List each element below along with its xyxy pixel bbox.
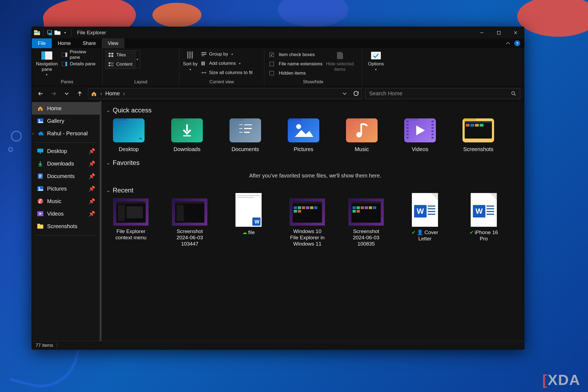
group-by-button[interactable]: Group by▾ — [198, 50, 255, 59]
svg-point-56 — [39, 187, 40, 189]
content-icon — [108, 62, 114, 67]
preview-pane-button[interactable]: Preview pane — [59, 50, 100, 59]
maximize-button[interactable] — [490, 27, 507, 38]
svg-rect-34 — [203, 62, 205, 65]
item-check-boxes-toggle[interactable]: ✓Item check boxes — [267, 50, 325, 59]
hidden-items-toggle[interactable]: Hidden items — [267, 69, 325, 78]
tab-home[interactable]: Home — [52, 38, 77, 48]
forward-button[interactable] — [49, 89, 59, 99]
help-icon[interactable]: ? — [514, 40, 520, 46]
recent-item[interactable]: W✔👤Cover Letter — [406, 198, 443, 247]
app-icon — [33, 29, 41, 36]
address-bar[interactable]: › Home › — [88, 88, 362, 99]
ribbon: Navigation pane ▾ Preview pane Details p… — [32, 48, 524, 86]
documents-folder-icon — [229, 118, 261, 142]
sidebar-item-documents[interactable]: Documents📌 — [32, 170, 100, 182]
section-recent[interactable]: ⌄Recent — [106, 186, 524, 194]
svg-rect-62 — [37, 224, 40, 225]
sidebar-item-downloads[interactable]: Downloads📌 — [32, 157, 100, 170]
size-all-columns-button[interactable]: Size all columns to fit — [198, 68, 255, 77]
layout-content-button[interactable]: Content — [106, 60, 135, 69]
sidebar-item-desktop[interactable]: Desktop📌 — [32, 145, 100, 157]
favorites-empty-message: After you've favorited some files, we'll… — [106, 171, 524, 184]
quick-pictures[interactable]: Pictures — [287, 118, 320, 152]
tab-share[interactable]: Share — [77, 38, 102, 48]
svg-text:+: + — [206, 62, 206, 65]
sidebar-item-videos[interactable]: Videos📌 — [32, 207, 100, 220]
videos-icon — [37, 211, 44, 217]
details-pane-button[interactable]: Details pane — [59, 60, 100, 68]
recent-item[interactable]: W☁file — [230, 198, 267, 247]
sidebar-item-pictures[interactable]: Pictures📌 — [32, 182, 100, 195]
sidebar-item-onedrive[interactable]: ›Rahul - Personal — [32, 127, 100, 140]
section-favorites[interactable]: ⌄Favorites — [106, 159, 524, 167]
shared-icon: 👤 — [417, 229, 423, 235]
breadcrumb-home[interactable]: Home — [105, 90, 120, 97]
svg-rect-21 — [109, 62, 110, 64]
sync-ok-icon: ✔ — [470, 230, 474, 235]
sidebar-item-home[interactable]: Home — [32, 102, 100, 115]
checkbox-icon — [270, 62, 274, 66]
layout-more-button[interactable]: ▾ — [135, 50, 140, 68]
recent-item[interactable]: File Explorer context menu — [112, 198, 149, 247]
svg-rect-31 — [201, 54, 206, 55]
quick-screenshots[interactable]: Screenshots — [462, 118, 495, 152]
minimize-button[interactable] — [473, 27, 490, 38]
refresh-button[interactable] — [353, 91, 359, 96]
svg-text:W: W — [255, 219, 259, 225]
up-button[interactable] — [75, 89, 85, 99]
breadcrumb-sep-icon: › — [100, 90, 102, 97]
tab-file[interactable]: File — [32, 38, 52, 48]
sidebar-item-music[interactable]: Music📌 — [32, 195, 100, 207]
word-document-icon: W — [471, 193, 497, 227]
address-history-button[interactable] — [342, 92, 347, 95]
collapse-ribbon-icon[interactable] — [506, 42, 510, 45]
layout-tiles-button[interactable]: Tiles — [106, 51, 135, 59]
options-button[interactable]: Options▾ — [365, 50, 387, 71]
navigation-pane-button[interactable]: Navigation pane ▾ — [35, 50, 59, 76]
file-name-extensions-toggle[interactable]: File name extensions — [267, 60, 325, 68]
add-columns-button[interactable]: +Add columns▾ — [198, 59, 255, 68]
tab-view[interactable]: View — [102, 38, 124, 48]
gallery-icon — [37, 118, 44, 124]
sidebar-item-screenshots[interactable]: Screenshots — [32, 220, 100, 232]
svg-point-42 — [512, 91, 515, 94]
section-quick-access[interactable]: ⌄Quick access — [106, 106, 524, 114]
recent-item[interactable]: W✔iPhone 16 Pro — [465, 198, 502, 247]
back-button[interactable] — [36, 89, 45, 99]
recent-item[interactable]: Screenshot 2024-06-03 103447 — [171, 198, 208, 247]
window-title: File Explorer — [75, 30, 106, 36]
watermark: [XDA — [542, 371, 580, 388]
qat-new-folder-icon[interactable] — [54, 29, 61, 36]
screenshot-thumbnail — [290, 198, 325, 226]
recent-item[interactable]: Screenshot 2024-06-03 100835 — [348, 198, 385, 247]
ribbon-group-current-view: Current view — [179, 78, 264, 86]
pin-icon: 📌 — [88, 173, 95, 179]
search-input[interactable]: Search Home — [365, 88, 520, 99]
svg-rect-1 — [34, 30, 37, 32]
folder-icon — [37, 223, 44, 229]
navigation-pane-icon — [41, 51, 53, 60]
quick-desktop[interactable]: ••Desktop — [112, 118, 145, 152]
sidebar-item-gallery[interactable]: Gallery — [32, 115, 100, 127]
titlebar: ▾ File Explorer — [32, 27, 524, 38]
quick-music[interactable]: Music — [345, 118, 378, 152]
svg-rect-61 — [37, 225, 43, 229]
svg-rect-27 — [187, 51, 188, 59]
breadcrumb-sep-icon: › — [123, 90, 125, 97]
recent-item[interactable]: Windows 10 File Explorer in Windows 11 — [289, 198, 326, 247]
status-bar: 77 items — [32, 341, 524, 349]
svg-rect-16 — [65, 62, 67, 66]
quick-videos[interactable]: Videos — [404, 118, 436, 152]
sort-by-button[interactable]: Sort by▾ — [182, 50, 198, 71]
hide-selected-items-button[interactable]: Hide selected items — [325, 50, 355, 72]
close-button[interactable] — [507, 27, 524, 38]
pin-icon: 📌 — [88, 160, 95, 167]
screenshot-thumbnail — [348, 198, 384, 226]
recent-locations-button[interactable] — [62, 89, 72, 99]
qat-properties-icon[interactable] — [46, 29, 53, 36]
svg-rect-6 — [54, 30, 57, 32]
quick-downloads[interactable]: Downloads — [171, 118, 203, 152]
qat-customize-icon[interactable]: ▾ — [62, 29, 69, 36]
quick-documents[interactable]: Documents — [229, 118, 262, 152]
